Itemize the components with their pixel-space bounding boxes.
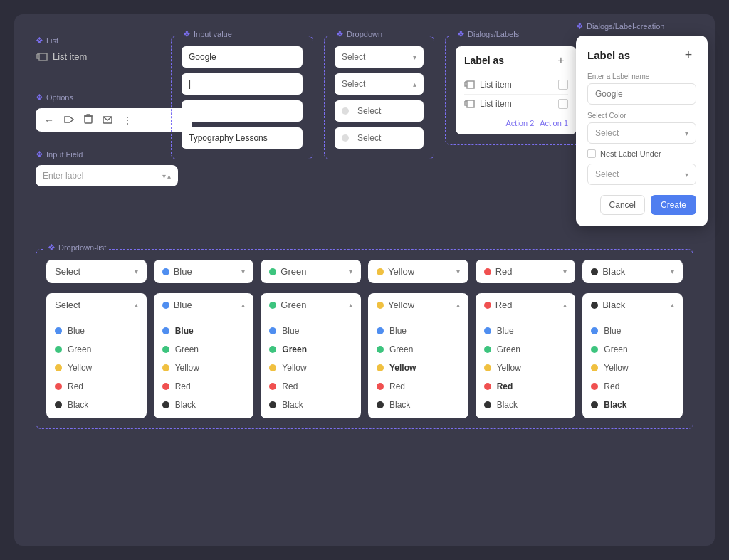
dropdown-open-row: Select Blue Green Yellow Red Black Blue — [46, 293, 683, 418]
dd-open-red: Red Blue Green Yellow Red Black — [476, 293, 576, 418]
dialog-add-button[interactable]: + — [554, 53, 568, 68]
cancel-button[interactable]: Cancel — [600, 195, 645, 215]
dd-option-green-4[interactable]: Green — [368, 340, 468, 359]
dialog-checkbox-1[interactable] — [558, 80, 568, 90]
dd-option-yellow-3[interactable]: Yellow — [261, 359, 361, 377]
dd-option-black-1[interactable]: Black — [46, 396, 147, 414]
blue-dot-icon5 — [269, 327, 276, 334]
dd-option-yellow-6[interactable]: Yellow — [582, 359, 683, 377]
action-2-button[interactable]: Action 2 — [506, 119, 535, 127]
create-button[interactable]: Create — [651, 195, 696, 215]
dd-option-black-5[interactable]: Black — [476, 396, 576, 414]
dd-option-green-6[interactable]: Green — [582, 340, 683, 359]
dd-option-yellow-1[interactable]: Yellow — [46, 359, 147, 377]
yellow-dot-icon5 — [377, 302, 384, 309]
black-dot-icon8 — [591, 401, 598, 408]
blue-dot-icon3 — [162, 302, 169, 309]
creation-footer: Cancel Create — [587, 195, 696, 215]
arrow-left-icon[interactable]: ← — [44, 115, 54, 126]
list-section-label: ❖ List — [36, 36, 150, 46]
dd-option-blue-3[interactable]: Blue — [261, 322, 361, 340]
dd-open-yellow-options: Blue Green Yellow Red Black — [368, 317, 468, 418]
dd-option-black-3[interactable]: Black — [261, 396, 361, 414]
dd-open-green-header[interactable]: Green — [261, 293, 361, 317]
select-color-dropdown[interactable]: Select — [587, 122, 696, 144]
dropdown-chevron-up-icon — [413, 80, 416, 88]
tag-icon[interactable] — [64, 115, 74, 126]
diamond-icon5: ❖ — [336, 29, 344, 39]
input-field-control[interactable]: Enter label ▾ ▴ — [36, 165, 178, 186]
dd-closed-black-text: Black — [602, 266, 625, 277]
dd-option-red-5[interactable]: Red — [476, 377, 576, 396]
dd-option-green-1[interactable]: Green — [46, 340, 147, 359]
dd-closed-green[interactable]: Green — [261, 260, 361, 283]
dd-option-red-6[interactable]: Red — [582, 377, 683, 396]
dd-option-yellow-5[interactable]: Yellow — [476, 359, 576, 377]
red-dot-icon2 — [55, 383, 62, 390]
dd-option-red-1[interactable]: Red — [46, 377, 147, 396]
svg-rect-0 — [85, 116, 92, 123]
dd-option-black-6[interactable]: Black — [582, 396, 683, 414]
dialog-checkbox-2[interactable] — [558, 99, 568, 109]
dropdown-chevron-down-icon — [413, 53, 416, 61]
mail-icon[interactable] — [103, 115, 112, 126]
dropdown-select-1[interactable]: Select — [335, 46, 424, 68]
dd-option-black-2[interactable]: Black — [154, 396, 254, 414]
nest-label-dropdown[interactable]: Select — [587, 164, 696, 185]
dd-closed-black[interactable]: Black — [582, 260, 683, 283]
dd-option-blue-1[interactable]: Blue — [46, 322, 147, 340]
dd-closed-select-chevron-icon — [135, 268, 138, 275]
diamond-icon7: ❖ — [576, 21, 584, 31]
diamond-icon8: ❖ — [48, 243, 56, 253]
blue-dot-icon8 — [591, 327, 598, 334]
creation-plus-button[interactable]: + — [681, 47, 696, 63]
dd-closed-yellow[interactable]: Yellow — [368, 260, 468, 283]
yellow-dot-icon2 — [55, 364, 62, 371]
dd-open-red-header[interactable]: Red — [476, 293, 576, 317]
label-name-input[interactable] — [587, 83, 696, 105]
dd-closed-blue[interactable]: Blue — [154, 260, 254, 283]
dropdown-select-3[interactable]: Select — [335, 100, 424, 122]
dd-option-black-4[interactable]: Black — [368, 396, 468, 414]
action-1-button[interactable]: Action 1 — [540, 119, 568, 127]
dd-option-yellow-2[interactable]: Yellow — [154, 359, 254, 377]
dd-option-green-3[interactable]: Green — [261, 340, 361, 359]
dropdown-select-2[interactable]: Select — [335, 73, 424, 95]
dd-open-black-header[interactable]: Black — [582, 293, 683, 317]
dd-option-blue-2[interactable]: Blue — [154, 322, 254, 340]
input-value-field-3[interactable] — [182, 100, 303, 122]
dd-option-yellow-4[interactable]: Yellow — [368, 359, 468, 377]
yellow-dot-icon3 — [162, 364, 169, 371]
dd-closed-select[interactable]: Select — [46, 260, 147, 283]
dropdown-select-4[interactable]: Select — [335, 127, 424, 149]
dropdown-select-2-text: Select — [342, 79, 365, 89]
nest-label-row: Nest Label Under — [587, 149, 696, 158]
input-value-field-2[interactable] — [182, 73, 303, 95]
yellow-dot-icon7 — [484, 364, 491, 371]
dd-option-red-3[interactable]: Red — [261, 377, 361, 396]
dd-open-yellow-header[interactable]: Yellow — [368, 293, 468, 317]
dd-option-green-5[interactable]: Green — [476, 340, 576, 359]
dd-option-red-4[interactable]: Red — [368, 377, 468, 396]
more-icon[interactable]: ⋮ — [122, 115, 132, 126]
list-item-icon — [36, 52, 48, 62]
dd-option-green-2[interactable]: Green — [154, 340, 254, 359]
dd-closed-green-text: Green — [280, 266, 306, 277]
dd-closed-yellow-text: Yellow — [388, 266, 414, 277]
input-value-field-1[interactable] — [182, 46, 303, 68]
dd-option-blue-6[interactable]: Blue — [582, 322, 683, 340]
trash-icon[interactable] — [84, 114, 93, 126]
dialog-list-item-2-label: List item — [480, 99, 512, 109]
dd-option-red-2[interactable]: Red — [154, 377, 254, 396]
dd-open-select-header[interactable]: Select — [46, 293, 147, 317]
dd-option-blue-5[interactable]: Blue — [476, 322, 576, 340]
dialog-actions: Action 2 Action 1 — [464, 119, 568, 127]
dd-open-blue-header[interactable]: Blue — [154, 293, 254, 317]
dd-closed-red[interactable]: Red — [476, 260, 576, 283]
nest-label-checkbox[interactable] — [587, 149, 596, 158]
dd-open-blue: Blue Blue Green Yellow Red Black — [154, 293, 254, 418]
chevron-up-icon: ▴ — [167, 172, 171, 180]
dd-option-blue-4[interactable]: Blue — [368, 322, 468, 340]
dropdown-closed-row: Select Blue Green Yello — [46, 260, 683, 283]
input-value-field-4[interactable] — [182, 127, 303, 149]
